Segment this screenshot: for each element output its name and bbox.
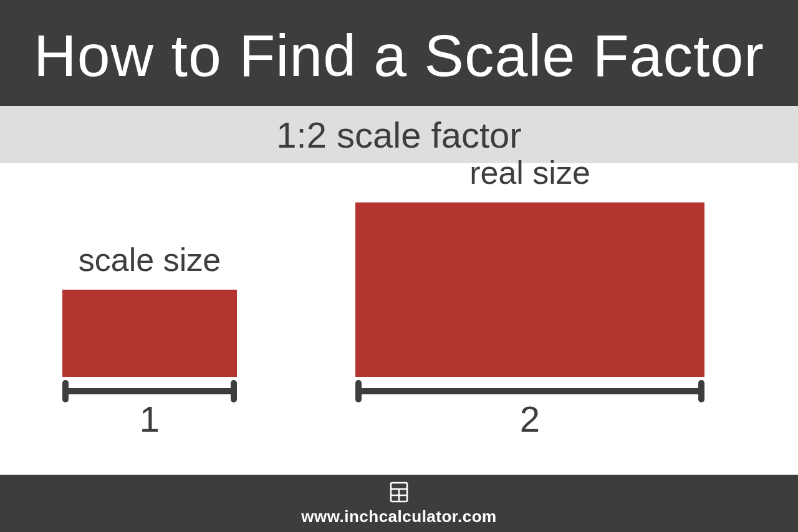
measure-cap-right-icon [231, 380, 237, 402]
footer-url: www.inchcalculator.com [301, 507, 496, 526]
measure-cap-left-icon [62, 380, 69, 402]
footer-bar: www.inchcalculator.com [0, 475, 798, 532]
measure-cap-left-icon [355, 380, 362, 402]
real-size-label: real size [469, 154, 590, 191]
measure-line-icon [355, 388, 704, 394]
real-size-measure: 2 [355, 388, 704, 440]
real-size-rectangle [355, 202, 704, 377]
measure-line-icon [62, 388, 237, 394]
scale-size-measure: 1 [62, 388, 237, 440]
measure-cap-right-icon [698, 380, 704, 402]
scale-size-label: scale size [79, 241, 221, 278]
scale-size-rectangle [62, 290, 237, 377]
page-title: How to Find a Scale Factor [34, 22, 764, 90]
scale-factor-label: 1:2 scale factor [276, 114, 521, 156]
diagram-content: scale size 1 real size 2 [0, 163, 798, 475]
header-bar: How to Find a Scale Factor [0, 0, 798, 106]
real-size-group: real size 2 [355, 154, 704, 440]
scale-size-group: scale size 1 [62, 241, 237, 440]
scale-size-value: 1 [62, 398, 237, 440]
calculator-icon [388, 481, 410, 503]
real-size-value: 2 [355, 398, 704, 440]
